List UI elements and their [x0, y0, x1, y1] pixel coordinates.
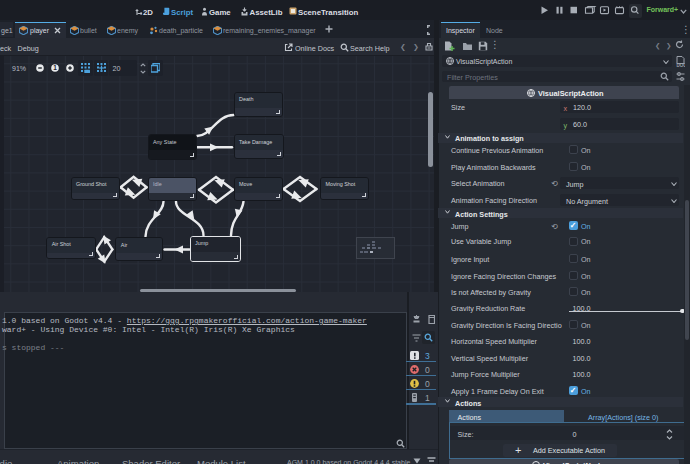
svg-text:1: 1: [53, 64, 57, 71]
svg-text:DOC: DOC: [677, 63, 686, 68]
